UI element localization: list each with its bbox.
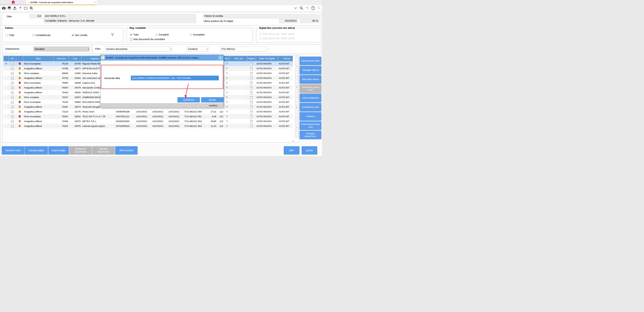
uscita-button[interactable]: Uscita [302, 146, 317, 154]
sidebar-button-contabilizza-dati[interactable]: Contabilizza dati [300, 103, 321, 112]
vertical-scrollbar[interactable]: ▲ ▲▲ ▼▼ ▼ [295, 56, 298, 138]
cell-sel[interactable]: ✓ [8, 109, 16, 114]
cell-ragione: Azienda Agraria Agritur [82, 124, 115, 128]
column-header-flusso[interactable]: Flusso [278, 56, 293, 61]
row-checkbox[interactable]: ✓ [11, 110, 14, 113]
radio-fatture-contabilizzate[interactable]: Contabilizzate [32, 33, 72, 37]
table-row[interactable]: ✓NCre incompleta7535133932TELE SAT F.I.A… [4, 114, 293, 119]
column-header-codana[interactable]: Cod.Ana [54, 56, 69, 61]
column-header-statots[interactable]: Stato TS Digital [256, 56, 278, 61]
cell-statots: AUTO INVIATA [256, 90, 278, 95]
sidebar-button-assegna-quater-sez-[interactable]: Assegna quater/sez. [300, 131, 321, 139]
table-row[interactable]: ✓Anagrafica differer7430132975Azienda Ag… [4, 124, 293, 128]
sidebar-button-inserimento-prima-nota[interactable]: Inserimento prima nota [300, 121, 321, 130]
cell-sel[interactable]: ✓ [8, 114, 16, 119]
conferma-button[interactable]: Conferma [178, 97, 200, 102]
cell-sel[interactable]: ✓ [8, 76, 16, 80]
bottom-button-altre-funzioni[interactable]: Altre funzioni [115, 146, 138, 154]
radio-reg-tutte[interactable]: Tutte [130, 33, 155, 36]
cell-sel[interactable]: ✓ [8, 80, 16, 85]
cell-cod: 33070 [69, 119, 82, 124]
column-header-sel[interactable]: Sel [8, 56, 16, 61]
scroll-down-icon[interactable]: ▼ [295, 118, 298, 138]
camera-icon[interactable] [2, 6, 6, 10]
radio-reg-incomplete[interactable]: Incomplete [190, 33, 204, 36]
tab-close-icon[interactable]: × [94, 1, 95, 4]
column-header-blank[interactable] [4, 56, 8, 61]
help-icon[interactable]: ? [18, 6, 22, 10]
scroll-page-down-icon[interactable]: ▼▼ [295, 97, 298, 118]
radio-reg-complete[interactable]: Complete [155, 33, 190, 36]
row-checkbox[interactable]: ✓ [11, 82, 14, 84]
cell-sel[interactable]: ✓ [8, 100, 16, 104]
cell-sel[interactable]: ✓ [8, 90, 16, 95]
ordinamento-dropdown[interactable]: Standard ▾ [34, 47, 90, 52]
zoom-icon[interactable] [300, 6, 303, 10]
cell-sel[interactable]: ✓ [8, 61, 16, 66]
folder-icon[interactable] [24, 6, 28, 10]
filtro-value-input[interactable]: IT21-68211C [220, 47, 266, 52]
cell-sel[interactable]: ✓ [8, 85, 16, 90]
row-checkbox[interactable]: ✓ [11, 77, 14, 79]
undo-icon[interactable] [306, 6, 309, 10]
row-checkbox[interactable]: ✓ [11, 96, 14, 98]
upload-icon[interactable] [13, 6, 16, 10]
cell-sel[interactable]: ✓ [8, 66, 16, 71]
sezionale-ditta-dropdown[interactable]: 113-COMM. E VENDITA ACCESSOR - Sez. 7-NC… [131, 76, 219, 80]
bottom-button-gestione-viste[interactable]: Gestione viste [2, 146, 24, 154]
filter-funnel-icon[interactable] [111, 33, 114, 37]
table-row[interactable]: ✓Anagrafica differer7311531775Penes Ione… [4, 109, 293, 114]
row-checkbox[interactable]: ✓ [11, 115, 14, 118]
search-doc-icon[interactable] [30, 6, 33, 10]
row-checkbox[interactable]: ✓ [11, 106, 14, 108]
column-header-stato[interactable]: Stato [23, 56, 54, 61]
row-checkbox[interactable]: ✓ [11, 125, 14, 127]
new-doc-icon[interactable] [311, 6, 315, 10]
column-header-blank[interactable] [16, 56, 23, 61]
scroll-page-up-icon[interactable]: ▲▲ [295, 77, 298, 97]
column-header-sez[interactable]: Sez. [224, 56, 230, 61]
row-checkbox[interactable]: ✓ [11, 91, 14, 94]
radio-fatture-non-contab[interactable]: Non contab. [72, 33, 106, 37]
modal-uscita-button[interactable]: Uscita [201, 97, 224, 102]
favorite-star-icon[interactable]: ☆ [28, 1, 29, 4]
cell-numdoc: IT21-68211C-652 [184, 119, 204, 124]
chevron-down-icon[interactable] [294, 6, 297, 10]
tab-econs[interactable]: ☆ ECONS - Console per la gestione delle … [26, 0, 97, 5]
modal-close-icon[interactable]: x [218, 56, 222, 60]
row-checkbox[interactable]: ✓ [11, 62, 14, 65]
scroll-up-icon[interactable]: ▲ [295, 56, 298, 77]
radio-fatture-tutte[interactable]: Tutte [6, 33, 32, 37]
print-icon[interactable] [8, 6, 11, 10]
row-checkbox[interactable]: ✓ [11, 67, 14, 70]
row-checkbox[interactable]: ✓ [11, 101, 14, 103]
row-checkbox[interactable]: ✓ [11, 72, 14, 74]
table-row[interactable]: ✓Anagrafica differer7439433070METEX S.R.… [4, 119, 293, 124]
modal-title-bar[interactable]: ECONS - Console per la gestione delle fa… [100, 55, 224, 60]
bottom-button-stampa-griglia[interactable]: Stampa griglia [25, 146, 48, 154]
column-header-pagam[interactable]: Pagam. [247, 56, 256, 61]
cell-d2: 14/10/2021 [152, 114, 168, 119]
scroll-right-icon[interactable]: ▶ [293, 140, 294, 142]
checkbox-solo-documenti[interactable]: Solo documenti da controllare [130, 38, 165, 41]
cell-sel[interactable]: ✓ [8, 119, 16, 124]
home-button[interactable] [0, 0, 26, 5]
cell-sel[interactable]: ✓ [8, 95, 16, 100]
chevron-down-icon[interactable]: ▾ [268, 48, 269, 50]
sidebar-button-dettaglio-fattura[interactable]: Dettaglio fattura [300, 66, 321, 74]
sidebar-button-deseleziona-tutto[interactable]: Deseleziona tutto [300, 56, 321, 65]
filtro-field-dropdown[interactable]: Numero documento ▾ [105, 47, 172, 52]
sidebar-button-stati-della-fattura[interactable]: Stati della fattura [300, 75, 321, 84]
filtri-button[interactable]: Filtri [284, 146, 299, 154]
sidebar-button-prelievo[interactable]: Prelievo [300, 112, 321, 121]
row-checkbox[interactable]: ✓ [11, 86, 14, 89]
cell-sel[interactable]: ✓ [8, 71, 16, 76]
filtro-operator-dropdown[interactable]: Contiene ▾ [187, 47, 208, 52]
cell-sel[interactable]: ✓ [8, 124, 16, 128]
bottom-button-export-griglia[interactable]: Export griglia [48, 146, 69, 154]
sidebar-button-inizio-anteprima[interactable]: Inizio Anteprima [300, 94, 321, 102]
row-checkbox[interactable]: ✓ [11, 120, 14, 122]
cell-sel[interactable]: ✓ [8, 104, 16, 109]
column-header-protiva[interactable]: Prot. Iva [230, 56, 247, 61]
column-header-cod[interactable]: Cod. [69, 56, 82, 61]
